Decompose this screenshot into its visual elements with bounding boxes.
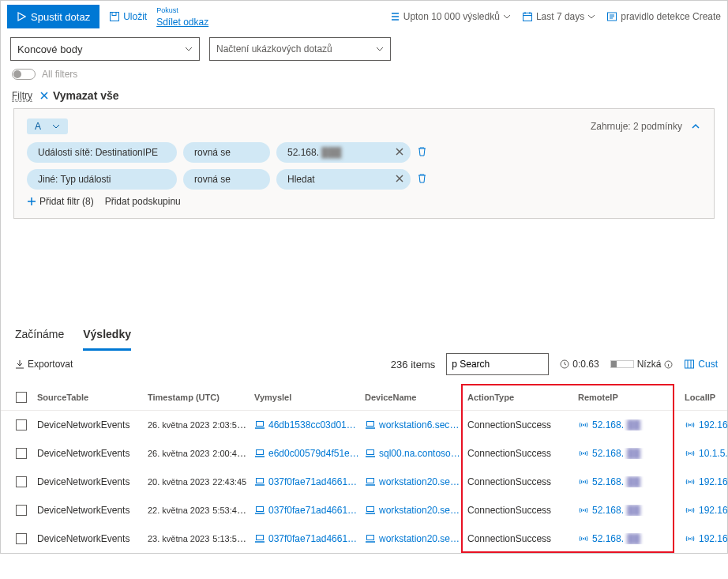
customize-columns-button[interactable]: Cust bbox=[684, 359, 718, 370]
svg-point-26 bbox=[689, 538, 691, 540]
table-row[interactable]: DeviceNetworkEvents 26. května 20232:03:… bbox=[1, 411, 727, 439]
tab-start[interactable]: Začínáme bbox=[15, 321, 64, 351]
clear-value-icon[interactable] bbox=[395, 147, 404, 159]
cell-remoteip[interactable]: 52.168.██ bbox=[578, 419, 685, 430]
chevron-down-icon bbox=[52, 122, 60, 130]
broadcast-icon bbox=[578, 420, 589, 430]
cell-localip[interactable]: 192.168 bbox=[685, 505, 728, 516]
chevron-up-icon[interactable] bbox=[690, 121, 701, 132]
broadcast-icon bbox=[685, 506, 696, 515]
svg-point-22 bbox=[689, 509, 691, 511]
condition-operator-pill[interactable]: rovná se bbox=[183, 169, 270, 190]
col-actiontype[interactable]: ActionType bbox=[467, 393, 578, 402]
cell-sourcetable: DeviceNetworkEvents bbox=[37, 505, 148, 516]
row-checkbox[interactable] bbox=[16, 533, 27, 544]
cell-localip[interactable]: 192.168 bbox=[685, 419, 728, 430]
table-row[interactable]: DeviceNetworkEvents 23. května 20235:13:… bbox=[1, 524, 727, 553]
cell-devicename[interactable]: workstation20.seccxp. bbox=[365, 505, 467, 516]
row-checkbox[interactable] bbox=[16, 419, 27, 430]
cell-actiontype: ConnectionSuccess bbox=[467, 476, 578, 487]
cell-remoteip[interactable]: 52.168.██ bbox=[578, 533, 685, 544]
cell-sourcetable: DeviceNetworkEvents bbox=[37, 448, 148, 459]
table-row[interactable]: DeviceNetworkEvents 26. května 20232:00:… bbox=[1, 439, 727, 468]
col-remoteip[interactable]: RemoteIP bbox=[578, 393, 685, 402]
cell-deviceid[interactable]: 037f0fae71ad4661e3... bbox=[254, 533, 365, 544]
condition-field-pill[interactable]: Jiné: Typ události bbox=[27, 169, 177, 190]
broadcast-icon bbox=[685, 477, 696, 487]
row-checkbox[interactable] bbox=[16, 505, 27, 516]
cell-remoteip[interactable]: 52.168.██ bbox=[578, 476, 685, 487]
table-row[interactable]: DeviceNetworkEvents 22. května 20235:53:… bbox=[1, 496, 727, 524]
condition-value-pill[interactable]: Hledat bbox=[276, 169, 411, 190]
laptop-icon bbox=[254, 420, 265, 430]
create-detection-rule-button[interactable]: pravidlo detekce Create bbox=[606, 11, 721, 22]
time-range-dropdown[interactable]: Last 7 days bbox=[522, 11, 595, 22]
cell-devicename[interactable]: workstation20.seccxp. bbox=[365, 533, 467, 544]
cell-actiontype: ConnectionSuccess bbox=[467, 505, 578, 516]
col-vymyslel[interactable]: Vymyslel bbox=[254, 393, 365, 402]
share-link-button[interactable]: Pokust Sdílet odkaz bbox=[156, 7, 208, 27]
condition-value-pill[interactable]: 52.168.███ bbox=[276, 142, 411, 163]
group-letter: A bbox=[35, 121, 41, 132]
svg-rect-0 bbox=[111, 13, 119, 21]
run-query-button[interactable]: Spustit dotaz bbox=[7, 5, 99, 28]
cell-deviceid[interactable]: 037f0fae71ad4661e3... bbox=[254, 505, 365, 516]
query-timing: 0:0.63 bbox=[560, 359, 599, 370]
cell-deviceid[interactable]: 037f0fae71ad4661e3... bbox=[254, 476, 365, 487]
cell-deviceid[interactable]: 46db1538cc03d01ed... bbox=[254, 419, 365, 430]
cell-remoteip[interactable]: 52.168.██ bbox=[578, 505, 685, 516]
svg-point-21 bbox=[583, 509, 584, 511]
svg-rect-2 bbox=[523, 13, 531, 21]
delete-condition-icon[interactable] bbox=[417, 173, 427, 186]
add-filter-button[interactable]: Přidat filtr (8) bbox=[27, 196, 94, 207]
tab-results[interactable]: Výsledky bbox=[83, 321, 131, 351]
cell-timestamp: 26. května 20232:00:41 PM bbox=[148, 448, 254, 459]
cell-localip[interactable]: 192.168 bbox=[685, 476, 728, 487]
svg-rect-20 bbox=[367, 507, 374, 512]
filters-label: Filtry bbox=[12, 90, 32, 102]
col-timestamp[interactable]: Timestamp (UTC) bbox=[148, 393, 254, 402]
cell-timestamp: 23. května 20235:13:53 PM bbox=[148, 533, 254, 544]
cell-timestamp: 22. května 20235:53:49 dop. bbox=[148, 505, 254, 516]
all-filters-toggle[interactable] bbox=[12, 69, 36, 80]
select-all-checkbox[interactable] bbox=[16, 392, 27, 403]
broadcast-icon bbox=[578, 506, 589, 515]
cell-remoteip[interactable]: 52.168.██ bbox=[578, 448, 685, 459]
cell-deviceid[interactable]: e6d0c00579d4f51ee1... bbox=[254, 448, 365, 459]
filter-condition-row: Události sítě: DestinationIPE rovná se 5… bbox=[27, 142, 701, 163]
row-checkbox[interactable] bbox=[16, 448, 27, 459]
group-letter-badge[interactable]: A bbox=[27, 118, 68, 134]
cell-devicename[interactable]: workstation6.seccxp. bbox=[365, 419, 467, 430]
scope-select[interactable]: Koncové body bbox=[10, 37, 200, 61]
add-subgroup-button[interactable]: Přidat podskupinu bbox=[105, 196, 181, 207]
columns-icon bbox=[684, 359, 695, 370]
export-button[interactable]: Exportovat bbox=[15, 359, 73, 370]
clear-all-button[interactable]: Vymazat vše bbox=[39, 89, 119, 102]
cell-devicename[interactable]: workstation20.seccxp. bbox=[365, 476, 467, 487]
broadcast-icon bbox=[685, 449, 696, 458]
col-devicename[interactable]: DeviceName bbox=[365, 393, 467, 402]
sample-queries-select[interactable]: Načtení ukázkových dotazů bbox=[209, 37, 391, 61]
col-localip[interactable]: LocalIP bbox=[685, 393, 728, 402]
broadcast-icon bbox=[578, 449, 589, 458]
chevron-down-icon bbox=[185, 45, 193, 53]
row-checkbox[interactable] bbox=[16, 476, 27, 487]
filter-condition-row: Jiné: Typ události rovná se Hledat bbox=[27, 169, 701, 190]
table-row[interactable]: DeviceNetworkEvents 20. května 202322:43… bbox=[1, 468, 727, 496]
search-input[interactable] bbox=[446, 353, 549, 375]
save-button[interactable]: Uložit bbox=[109, 11, 147, 22]
info-icon[interactable] bbox=[664, 360, 673, 369]
close-icon bbox=[39, 90, 50, 101]
cell-localip[interactable]: 10.1.5.1 bbox=[685, 448, 728, 459]
condition-operator-pill[interactable]: rovná se bbox=[183, 142, 270, 163]
delete-condition-icon[interactable] bbox=[417, 146, 427, 159]
results-limit-dropdown[interactable]: Upton 10 000 výsledků bbox=[389, 11, 511, 22]
cell-localip[interactable]: 192.168 bbox=[685, 533, 728, 544]
col-sourcetable[interactable]: SourceTable bbox=[37, 393, 148, 402]
add-filter-label: Přidat filtr (8) bbox=[39, 196, 94, 207]
condition-field-pill[interactable]: Události sítě: DestinationIPE bbox=[27, 142, 177, 163]
chevron-down-icon bbox=[376, 45, 384, 53]
clear-value-icon[interactable] bbox=[395, 174, 404, 186]
results-limit-label: Upton 10 000 výsledků bbox=[403, 11, 500, 22]
cell-devicename[interactable]: sql00.na.contosohote. bbox=[365, 448, 467, 459]
